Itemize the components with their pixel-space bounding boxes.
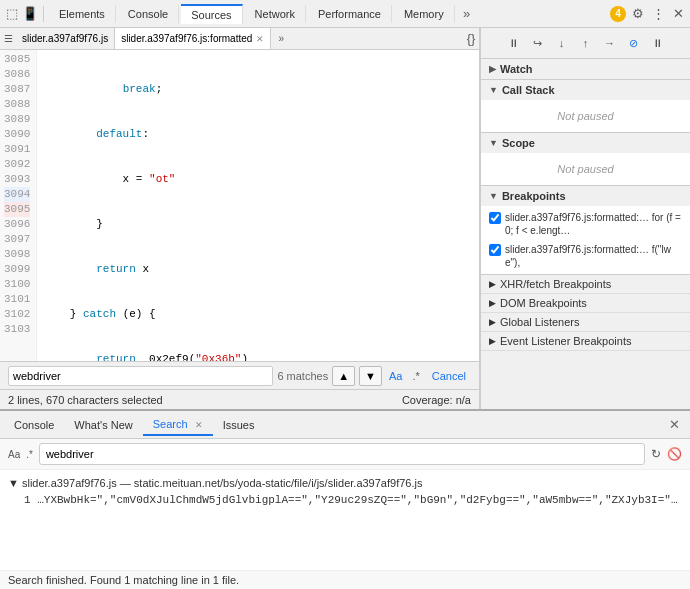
- breakpoints-body: slider.a397af9f76.js:formatted:… for (f …: [481, 206, 690, 274]
- console-tab[interactable]: Console: [4, 415, 64, 435]
- close-bottom-panel-button[interactable]: ✕: [663, 415, 686, 434]
- coverage-status: Coverage: n/a: [402, 394, 471, 406]
- vertical-dots-icon[interactable]: ⋮: [650, 6, 666, 22]
- bottom-tabs: Console What's New Search ✕ Issues ✕: [0, 411, 690, 439]
- pause-exceptions-button[interactable]: ⏸: [647, 32, 669, 54]
- step-into-button[interactable]: ↓: [551, 32, 573, 54]
- code-tab-original[interactable]: slider.a397af9f76.js: [16, 28, 115, 50]
- match-count: 6 matches: [277, 370, 328, 382]
- code-line: return x: [43, 262, 473, 277]
- scope-label: Scope: [502, 137, 535, 149]
- refresh-search-button[interactable]: ↻: [651, 447, 661, 461]
- warning-badge: 4: [610, 6, 626, 22]
- main-area: ☰ slider.a397af9f76.js slider.a397af9f76…: [0, 28, 690, 409]
- code-line: default:: [43, 127, 473, 142]
- watch-header[interactable]: ▶ Watch: [481, 59, 690, 79]
- bottom-content: Aa .* ↻ 🚫 ▼ slider.a397af9f76.js — stati…: [0, 439, 690, 570]
- issues-tab[interactable]: Issues: [213, 415, 265, 435]
- status-bar: 2 lines, 670 characters selected Coverag…: [0, 389, 479, 409]
- more-tabs-icon[interactable]: »: [459, 6, 475, 22]
- watch-label: Watch: [500, 63, 533, 75]
- breakpoint-text-2: slider.a397af9f76.js:formatted:… f("lwe"…: [505, 243, 682, 269]
- breakpoint-checkbox-1[interactable]: [489, 212, 501, 224]
- tab-elements[interactable]: Elements: [49, 5, 116, 23]
- result-line-item[interactable]: 1 …YXBwbHk=","cmV0dXJulChmdW5jdGlvbigplA…: [0, 492, 690, 508]
- settings-icon[interactable]: ⚙: [630, 6, 646, 22]
- code-line: break;: [43, 82, 473, 97]
- tab-sources[interactable]: Sources: [181, 4, 242, 24]
- prev-match-button[interactable]: ▲: [332, 366, 355, 386]
- more-files-icon[interactable]: »: [273, 31, 289, 47]
- deactivate-button[interactable]: ⊘: [623, 32, 645, 54]
- step-button[interactable]: →: [599, 32, 621, 54]
- find-input[interactable]: [8, 366, 273, 386]
- call-stack-arrow: ▼: [489, 85, 498, 95]
- whats-new-tab[interactable]: What's New: [64, 415, 142, 435]
- code-tab-formatted[interactable]: slider.a397af9f76.js:formatted ✕: [115, 28, 271, 50]
- close-tab-icon[interactable]: ✕: [256, 34, 264, 44]
- code-lines-container: 3085 3086 3087 3088 3089 3090 3091 3092 …: [0, 50, 479, 361]
- event-label: Event Listener Breakpoints: [500, 335, 631, 347]
- line-numbers: 3085 3086 3087 3088 3089 3090 3091 3092 …: [0, 50, 37, 361]
- device-icon[interactable]: 📱: [22, 6, 38, 22]
- code-content[interactable]: 3085 3086 3087 3088 3089 3090 3091 3092 …: [0, 50, 479, 361]
- breakpoint-text-1: slider.a397af9f76.js:formatted:… for (f …: [505, 211, 682, 237]
- debug-toolbar: ⏸ ↪ ↓ ↑ → ⊘ ⏸: [481, 28, 690, 59]
- regex-toggle[interactable]: .*: [409, 370, 422, 382]
- breakpoints-arrow: ▼: [489, 191, 498, 201]
- dom-arrow: ▶: [489, 298, 496, 308]
- code-tabs: ☰ slider.a397af9f76.js slider.a397af9f76…: [0, 28, 479, 50]
- close-search-tab-icon[interactable]: ✕: [195, 420, 203, 430]
- close-devtools-icon[interactable]: ✕: [670, 6, 686, 22]
- tab-console[interactable]: Console: [118, 5, 179, 23]
- dom-breakpoints-section[interactable]: ▶ DOM Breakpoints: [481, 294, 690, 313]
- event-listener-section[interactable]: ▶ Event Listener Breakpoints: [481, 332, 690, 351]
- bottom-search-input[interactable]: [39, 443, 645, 465]
- tab-performance[interactable]: Performance: [308, 5, 392, 23]
- search-tab-label: Search: [153, 418, 188, 430]
- breakpoint-checkbox-2[interactable]: [489, 244, 501, 256]
- breakpoints-section: ▼ Breakpoints slider.a397af9f76.js:forma…: [481, 186, 690, 275]
- result-file-item[interactable]: ▼ slider.a397af9f76.js — static.meituan.…: [0, 474, 690, 492]
- call-stack-body: Not paused: [481, 100, 690, 132]
- next-match-button[interactable]: ▼: [359, 366, 382, 386]
- watch-section: ▶ Watch: [481, 59, 690, 80]
- separator: [43, 6, 44, 22]
- code-line: } catch (e) {: [43, 307, 473, 322]
- code-line: x = "ot": [43, 172, 473, 187]
- match-case-toggle[interactable]: Aa: [386, 370, 405, 382]
- call-stack-label: Call Stack: [502, 84, 555, 96]
- xhr-breakpoints-section[interactable]: ▶ XHR/fetch Breakpoints: [481, 275, 690, 294]
- breakpoint-item: slider.a397af9f76.js:formatted:… f("lwe"…: [485, 240, 686, 272]
- watch-arrow: ▶: [489, 64, 496, 74]
- pause-button[interactable]: ⏸: [503, 32, 525, 54]
- cancel-search-button[interactable]: Cancel: [427, 366, 471, 386]
- scope-header[interactable]: ▼ Scope: [481, 133, 690, 153]
- call-stack-section: ▼ Call Stack Not paused: [481, 80, 690, 133]
- format-icon[interactable]: {}: [463, 31, 479, 47]
- breakpoint-item: slider.a397af9f76.js:formatted:… for (f …: [485, 208, 686, 240]
- scope-body: Not paused: [481, 153, 690, 185]
- event-arrow: ▶: [489, 336, 496, 346]
- global-listeners-section[interactable]: ▶ Global Listeners: [481, 313, 690, 332]
- step-over-button[interactable]: ↪: [527, 32, 549, 54]
- navigator-icon[interactable]: ☰: [0, 31, 16, 47]
- result-file-text: ▼ slider.a397af9f76.js — static.meituan.…: [8, 477, 422, 489]
- aa-label: Aa: [8, 449, 20, 460]
- breakpoints-label: Breakpoints: [502, 190, 566, 202]
- global-arrow: ▶: [489, 317, 496, 327]
- inspect-icon[interactable]: ⬚: [4, 6, 20, 22]
- bottom-panel: Console What's New Search ✕ Issues ✕ Aa …: [0, 409, 690, 589]
- clear-search-button[interactable]: 🚫: [667, 447, 682, 461]
- result-line-text: 1 …YXBwbHk=","cmV0dXJulChmdW5jdGlvbigplA…: [24, 494, 690, 506]
- regex-label: .*: [26, 449, 33, 460]
- search-tab[interactable]: Search ✕: [143, 414, 213, 436]
- breakpoints-header[interactable]: ▼ Breakpoints: [481, 186, 690, 206]
- right-panel: ⏸ ↪ ↓ ↑ → ⊘ ⏸ ▶ Watch ▼ Call Stack Not p…: [480, 28, 690, 409]
- call-stack-header[interactable]: ▼ Call Stack: [481, 80, 690, 100]
- step-out-button[interactable]: ↑: [575, 32, 597, 54]
- tab-network[interactable]: Network: [245, 5, 306, 23]
- dom-label: DOM Breakpoints: [500, 297, 587, 309]
- tab-memory[interactable]: Memory: [394, 5, 455, 23]
- selection-status: 2 lines, 670 characters selected: [8, 394, 163, 406]
